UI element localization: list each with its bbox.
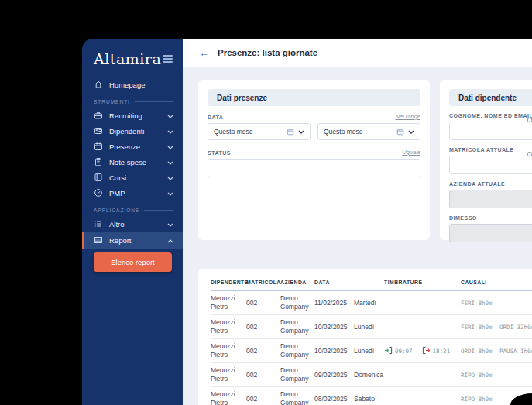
cell-matricola: 002: [246, 299, 280, 307]
cell-causali: RIPO 8h0m: [461, 372, 532, 379]
entry-door-icon: [384, 346, 393, 356]
sidebar-item-homepage[interactable]: Homepage: [82, 77, 183, 92]
home-icon: [94, 80, 103, 89]
chevron-down-icon: [167, 112, 173, 120]
cell-data: 10/02/2025: [314, 323, 354, 331]
presenze-table-card: DIPENDENTE MATRICOLA AZIENDA DATA TIMBRA…: [198, 269, 532, 405]
sidebar-item-recruiting[interactable]: Recruiting: [82, 108, 183, 123]
chevron-down-icon: [167, 158, 173, 166]
sidebar-item-corsi[interactable]: Corsi: [82, 170, 183, 185]
dati-dipendente-header: Dati dipendente: [449, 89, 532, 106]
sidebar-item-elenco-report[interactable]: Elenco report: [94, 252, 172, 272]
id-card-icon: [94, 126, 103, 136]
causale-badge: ORDI 32h0m: [499, 324, 532, 331]
nel-range-link[interactable]: Nel range: [395, 113, 420, 120]
table-row[interactable]: Menozzi Pietro 002 Demo Company 08/02/20…: [211, 387, 532, 405]
cognome-input[interactable]: [449, 122, 532, 140]
app-window: Altamira HomepageSTRUMENTI Recruiting Di…: [82, 39, 532, 405]
back-arrow-icon[interactable]: ←: [199, 48, 209, 58]
status-input[interactable]: [208, 159, 420, 177]
page-title: Presenze: lista giornate: [218, 48, 317, 57]
col-causali: CAUSALI: [461, 280, 532, 285]
exit-door-icon: [422, 346, 431, 356]
cell-data: 09/02/2025: [314, 371, 354, 379]
sidebar-item-altro[interactable]: Altro: [82, 216, 183, 232]
sidebar-item-presenze[interactable]: Presenze: [82, 139, 183, 154]
status-label: STATUS: [208, 150, 231, 156]
cell-dipendente: Menozzi Pietro: [211, 339, 246, 362]
hamburger-menu-icon[interactable]: [163, 55, 173, 63]
briefcase-icon: [94, 111, 103, 120]
table-row[interactable]: Menozzi Pietro 002 Demo Company 10/02/20…: [211, 315, 532, 339]
cell-causali: FERI 8h0m: [461, 300, 532, 307]
table-row[interactable]: Menozzi Pietro 002 Demo Company 11/02/20…: [211, 291, 532, 315]
matricola-input[interactable]: [449, 156, 532, 174]
cell-azienda: Demo Company: [280, 339, 314, 362]
chevron-down-icon: [167, 127, 173, 136]
page-header: ← Presenze: lista giornate: [183, 39, 532, 67]
dati-presenze-card: Dati presenze DATA Nel range Questo mese: [198, 80, 430, 240]
cell-data: 11/02/2025: [314, 299, 354, 307]
cell-matricola: 002: [246, 371, 280, 379]
cell-dipendente: Menozzi Pietro: [211, 363, 246, 386]
date-from-select[interactable]: Questo mese: [208, 123, 311, 140]
calendar-icon: [396, 128, 404, 136]
clipboard-icon: [94, 157, 103, 166]
chevron-up-icon: [167, 236, 173, 245]
chevron-down-icon: [167, 189, 173, 197]
col-timbrature: TIMBRATURE: [384, 280, 461, 285]
chevron-down-icon: [408, 128, 414, 136]
causale-badge: PAUSA 1h0m: [499, 348, 532, 355]
chevron-down-icon: [298, 128, 304, 136]
table-header-row: DIPENDENTE MATRICOLA AZIENDA DATA TIMBRA…: [211, 280, 532, 291]
sidebar-item-report[interactable]: Report: [82, 232, 183, 249]
cell-matricola: 002: [246, 395, 280, 403]
sidebar-nav: HomepageSTRUMENTI Recruiting Dipendenti …: [82, 77, 183, 272]
table-row[interactable]: Menozzi Pietro 002 Demo Company 10/02/20…: [211, 339, 532, 363]
data-label: DATA: [208, 115, 223, 120]
gauge-icon: [94, 188, 103, 197]
table-row[interactable]: Menozzi Pietro 002 Demo Company 09/02/20…: [211, 363, 532, 387]
cell-giorno: Lunedì: [354, 323, 384, 331]
cognome-label: COGNOME, NOME ED EMAIL: [449, 113, 532, 118]
cell-dipendente: Menozzi Pietro: [211, 387, 246, 405]
dimesso-input: [449, 224, 532, 242]
col-azienda: AZIENDA: [280, 280, 314, 285]
date-to-select[interactable]: Questo mese: [317, 123, 420, 140]
col-matricola: MATRICOLA: [246, 280, 280, 285]
cell-giorno: Lunedì: [354, 347, 384, 355]
calendar-icon: [94, 142, 103, 151]
cell-giorno: Domenica: [354, 371, 384, 379]
cell-causali: FERI 8h0mORDI 32h0m: [461, 324, 532, 331]
causale-badge: RIPO 8h0m: [461, 396, 499, 403]
search-icon[interactable]: [527, 114, 532, 128]
main-area: ← Presenze: lista giornate Dati presenze…: [183, 39, 532, 405]
uguale-link[interactable]: Uguale: [402, 149, 420, 156]
cell-matricola: 002: [246, 347, 280, 355]
cell-dipendente: Menozzi Pietro: [211, 291, 246, 314]
calendar-icon: [287, 128, 294, 136]
azienda-label: AZIENDA ATTUALE: [449, 181, 505, 187]
cell-timbrature: 09:0718:21: [384, 346, 461, 356]
azienda-input: [449, 190, 532, 208]
cell-causali: ORDI 8h0mPAUSA 1h0m: [461, 348, 532, 355]
chevron-down-icon: [167, 173, 173, 182]
list-icon: [94, 219, 103, 228]
cell-dipendente: Menozzi Pietro: [211, 315, 246, 338]
dati-presenze-header: Dati presenze: [208, 89, 420, 106]
cell-azienda: Demo Company: [280, 315, 314, 338]
cell-matricola: 002: [246, 323, 280, 331]
sidebar-item-note-spese[interactable]: Note spese: [82, 154, 183, 170]
cell-giorno: Sabato: [354, 395, 384, 403]
col-dipendente: DIPENDENTE: [211, 280, 246, 285]
sidebar-item-pmp[interactable]: PMP: [82, 185, 183, 201]
cell-data: 08/02/2025: [314, 395, 354, 403]
search-icon[interactable]: [527, 148, 532, 162]
report-icon: [94, 235, 103, 245]
chevron-down-icon: [167, 220, 173, 228]
dimesso-label: DIMESSO: [449, 215, 477, 221]
sidebar-item-dipendenti[interactable]: Dipendenti: [82, 123, 183, 139]
matricola-label: MATRICOLA ATTUALE: [449, 147, 514, 153]
dati-dipendente-card: Dati dipendente COGNOME, NOME ED EMAIL M…: [440, 80, 532, 240]
causale-badge: FERI 8h0m: [461, 300, 499, 307]
